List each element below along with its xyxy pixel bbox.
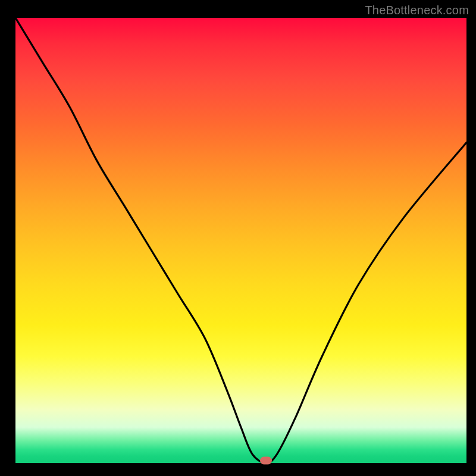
optimal-point-marker — [260, 457, 272, 465]
chart-plot-area — [15, 18, 466, 463]
bottleneck-curve — [15, 18, 466, 463]
watermark-text: TheBottleneck.com — [365, 4, 469, 17]
